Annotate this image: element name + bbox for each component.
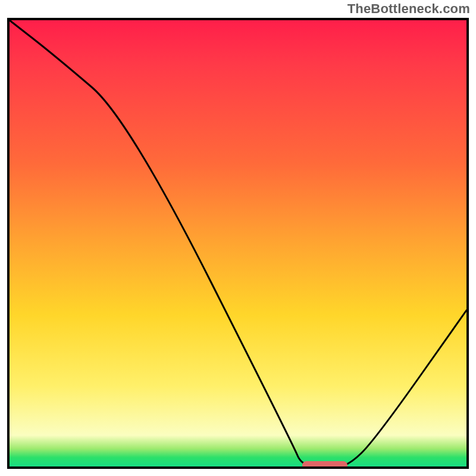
chart-container: TheBottleneck.com bbox=[0, 0, 476, 476]
plot-frame bbox=[7, 18, 469, 469]
bottleneck-curve bbox=[10, 20, 466, 466]
optimal-range-marker bbox=[302, 461, 348, 469]
watermark-text: TheBottleneck.com bbox=[347, 1, 470, 17]
